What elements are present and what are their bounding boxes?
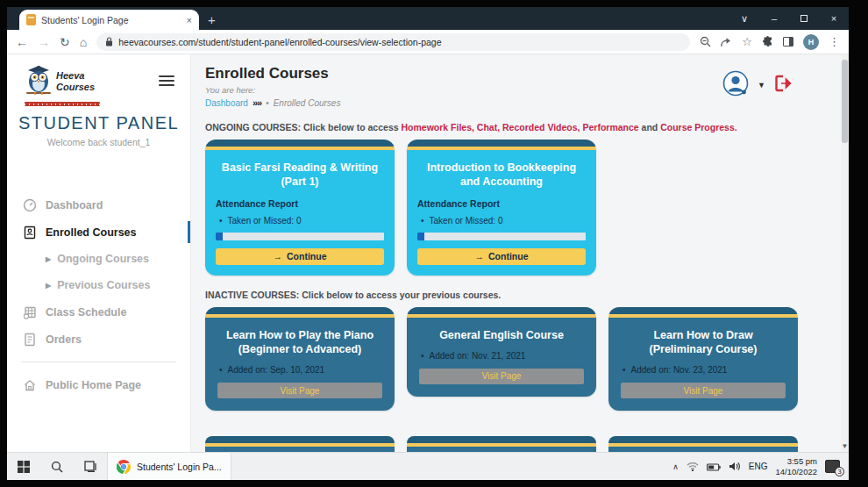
notification-center-icon[interactable]: 3 [825,460,840,473]
wifi-icon[interactable] [687,459,699,475]
visit-page-button[interactable]: Visit Page [621,383,786,398]
orders-icon [23,333,37,347]
attendance-progress-fill [417,233,424,240]
sidebar-item-dashboard[interactable]: Dashboard [7,191,190,218]
bullet-icon: • [421,216,424,226]
welcome-message: Welcome back student_1 [7,137,190,147]
sidebar-toggle-menu-icon[interactable] [159,75,174,86]
breadcrumb: Dashboard »» • Enrolled Courses [205,97,340,108]
tray-chevron-up-icon[interactable]: ∧ [672,462,679,471]
page-scrollbar[interactable]: ▼ [841,54,849,452]
feature-performance: Performance [582,122,638,132]
browser-profile-avatar[interactable]: H [803,34,819,50]
window-minimize-button[interactable]: – [759,7,789,30]
card-top-bar [608,307,798,314]
bullet-icon: • [219,216,223,226]
address-bar[interactable]: heevacourses.com/student/student-panel/e… [96,33,690,51]
sidebar-item-enrolled-courses[interactable]: Enrolled Courses [7,218,190,246]
sidebar-item-class-schedule[interactable]: Class Schedule [7,298,190,326]
course-card-inactive: Learn How to Play the Piano (Beginner to… [205,307,395,412]
sidebar-item-previous-courses[interactable]: ▶ Previous Courses [7,272,190,298]
continue-button[interactable]: → Continue [216,248,384,265]
logout-icon[interactable] [774,75,793,96]
course-title: Introduction to Bookkeeping and Accounti… [417,159,586,190]
language-indicator[interactable]: ENG [749,462,768,471]
owl-logo-icon [25,63,53,100]
visit-page-button[interactable]: Visit Page [419,369,584,384]
window-controls: ∨ – × [729,7,849,30]
panel-title: STUDENT PANEL [7,113,190,133]
bullet-icon: • [623,365,626,375]
course-card-ongoing: Basic Farsi Reading & Writing (Part 1) A… [205,140,395,276]
search-icon [51,461,63,473]
course-card-stub [608,436,798,452]
course-card-stub [205,436,395,452]
chevron-down-icon[interactable]: ▼ [758,81,765,90]
course-card-inactive: Learn How to Draw (Preliminary Course) •… [608,307,798,412]
windows-taskbar: Students' Login Pa... ∧ ENG 3:55 pm 14/1… [7,452,849,480]
page-header: Enrolled Courses You are here: Dashboard… [205,65,340,108]
inactive-cards-row: Learn How to Play the Piano (Beginner to… [205,307,829,412]
taskbar-app-chrome[interactable]: Students' Login Pa... [107,453,231,480]
notification-badge: 3 [835,467,844,476]
browser-menu-icon[interactable]: ⋮ [829,35,840,48]
side-panel-icon[interactable] [783,37,793,47]
breadcrumb-dashboard-link[interactable]: Dashboard [205,98,248,108]
browser-tab[interactable]: Students' Login Page × [19,10,199,30]
task-view-button[interactable] [74,453,107,480]
added-on-line: • Added on: Sep. 10, 2021 [216,365,384,375]
ongoing-courses-heading: ONGOING COURSES: Click below to access H… [205,122,829,132]
class-schedule-icon [23,305,37,319]
tray-time: 3:55 pm [787,456,817,466]
attendance-report-label: Attendance Report [417,198,586,209]
bullet-icon: • [421,351,424,361]
page-viewport: Heeva Courses STUDENT PANEL Welcome back… [7,54,849,452]
new-tab-button[interactable]: + [208,13,216,26]
breadcrumb-chevrons-icon: »» [253,97,261,108]
taskbar-app-label: Students' Login Pa... [137,462,222,472]
sidebar-divider [21,362,176,362]
brand-row: Heeva Courses [7,63,190,106]
next-cards-row-clipped [205,436,829,452]
home-icon[interactable]: ⌂ [80,36,87,48]
course-title: Learn How to Draw (Preliminary Course) [619,326,787,357]
reload-icon[interactable]: ↻ [60,36,70,48]
ongoing-cards-row: Basic Farsi Reading & Writing (Part 1) A… [205,140,829,276]
zoom-out-icon[interactable] [700,36,711,47]
forward-icon[interactable]: → [38,36,50,48]
visit-page-button[interactable]: Visit Page [217,383,382,398]
arrow-right-icon: → [475,251,485,261]
attendance-progress-bar [216,233,384,240]
desktop-screen: Students' Login Page × + ∨ – × ← → ↻ ⌂ h… [7,7,849,480]
sidebar-item-orders[interactable]: Orders [7,326,190,353]
start-button[interactable] [7,453,40,480]
taskbar-search-button[interactable] [40,453,74,480]
scroll-down-arrow-icon[interactable]: ▼ [841,442,849,450]
attendance-report-label: Attendance Report [216,198,384,209]
battery-icon[interactable] [707,459,721,475]
tab-title: Students' Login Page [41,15,181,25]
heeva-logo: Heeva Courses [25,63,100,106]
breadcrumb-current: Enrolled Courses [274,98,341,108]
window-close-button[interactable]: × [819,7,849,30]
screenshot-frame: Students' Login Page × + ∨ – × ← → ↻ ⌂ h… [0,0,868,487]
scrollbar-thumb[interactable] [842,60,848,143]
extensions-puzzle-icon[interactable] [762,36,773,47]
speaker-icon[interactable] [729,459,741,475]
sidebar-item-ongoing-courses[interactable]: ▶ Ongoing Courses [7,246,190,272]
tab-close-icon[interactable]: × [187,15,192,25]
tray-date: 14/10/2022 [775,467,817,476]
user-avatar[interactable] [722,70,749,100]
share-icon[interactable] [721,37,732,47]
window-menu-chevron-icon[interactable]: ∨ [729,7,759,30]
arrow-right-icon: ▶ [46,282,51,290]
window-restore-button[interactable] [789,7,819,30]
course-title: Learn How to Play the Piano (Beginner to… [216,326,384,357]
bookmark-star-icon[interactable]: ☆ [742,35,752,48]
sidebar-item-public-home-page[interactable]: Public Home Page [7,371,190,398]
tray-clock[interactable]: 3:55 pm 14/10/2022 [775,456,817,477]
back-icon[interactable]: ← [16,36,28,48]
sidebar-menu: Dashboard Enrolled Courses ▶ Ongoing Cou… [7,191,190,398]
restore-icon [800,15,808,22]
continue-button[interactable]: → Continue [417,248,586,265]
